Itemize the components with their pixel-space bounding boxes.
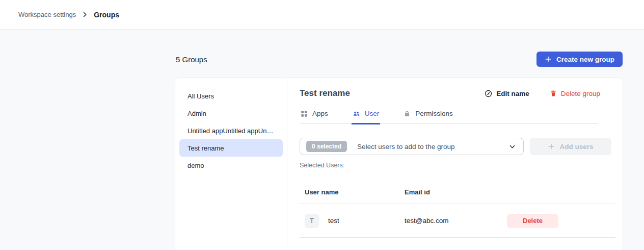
breadcrumb-current: Groups bbox=[94, 11, 119, 19]
edit-pencil-icon bbox=[485, 90, 492, 97]
chevron-down-icon bbox=[508, 143, 516, 151]
user-name-value: test bbox=[328, 217, 339, 224]
group-item-test-rename[interactable]: Test rename bbox=[179, 139, 283, 157]
lock-icon bbox=[404, 110, 411, 117]
trash-icon bbox=[550, 90, 557, 97]
group-item-all-users[interactable]: All Users bbox=[179, 87, 283, 105]
groups-count: 5 Groups bbox=[176, 55, 207, 64]
delete-user-button[interactable]: Delete bbox=[507, 214, 558, 228]
delete-group-label: Delete group bbox=[561, 90, 600, 97]
tab-apps-label: Apps bbox=[312, 110, 328, 117]
tab-permissions-label: Permissions bbox=[415, 110, 453, 117]
add-users-label: Add users bbox=[559, 143, 593, 151]
users-table-header: User name Email id bbox=[300, 188, 615, 204]
users-table: User name Email id T test test@abc.com D… bbox=[300, 188, 615, 238]
tab-user[interactable]: User bbox=[352, 108, 381, 124]
table-row: T test test@abc.com Delete bbox=[300, 204, 615, 238]
group-list: All Users Admin Untitled appUntitled app… bbox=[175, 78, 287, 250]
tab-apps[interactable]: Apps bbox=[300, 108, 329, 124]
delete-group-button[interactable]: Delete group bbox=[550, 90, 600, 97]
group-item-admin[interactable]: Admin bbox=[179, 105, 283, 122]
avatar: T bbox=[305, 214, 319, 228]
group-detail-tabs: Apps User Permissions bbox=[300, 108, 598, 124]
column-user-name: User name bbox=[305, 188, 405, 196]
groups-toolbar: 5 Groups Create new group bbox=[176, 51, 623, 67]
add-users-button[interactable]: Add users bbox=[530, 138, 611, 155]
plus-icon bbox=[548, 143, 555, 150]
chevron-right-icon bbox=[82, 11, 88, 18]
column-email-id: Email id bbox=[405, 188, 507, 196]
add-users-row: 0 selected Select users to add to the gr… bbox=[300, 138, 611, 155]
apps-grid-icon bbox=[301, 110, 308, 117]
edit-name-button[interactable]: Edit name bbox=[485, 90, 529, 97]
group-title: Test rename bbox=[300, 88, 350, 98]
tab-user-label: User bbox=[365, 110, 380, 117]
edit-name-label: Edit name bbox=[496, 90, 529, 97]
create-new-group-label: Create new group bbox=[556, 56, 614, 63]
group-item-demo[interactable]: demo bbox=[179, 157, 283, 174]
group-detail-panel: Test rename Edit name Delete group bbox=[287, 78, 623, 250]
selected-users-label: Selected Users: bbox=[300, 162, 615, 169]
tab-permissions[interactable]: Permissions bbox=[403, 108, 454, 124]
users-icon bbox=[353, 110, 360, 117]
top-bar: Workspace settings Groups bbox=[0, 0, 644, 30]
selected-count-badge: 0 selected bbox=[306, 141, 347, 152]
group-item-untitled-app[interactable]: Untitled appUntitled appUntitle… bbox=[179, 122, 283, 139]
groups-card: All Users Admin Untitled appUntitled app… bbox=[175, 78, 623, 250]
user-select-placeholder: Select users to add to the group bbox=[357, 143, 498, 151]
user-select-dropdown[interactable]: 0 selected Select users to add to the gr… bbox=[300, 138, 524, 155]
group-header-actions: Edit name Delete group bbox=[485, 90, 600, 97]
group-detail-header: Test rename Edit name Delete group bbox=[300, 88, 615, 98]
email-value: test@abc.com bbox=[405, 217, 507, 224]
create-new-group-button[interactable]: Create new group bbox=[536, 52, 623, 67]
plus-icon bbox=[545, 56, 552, 63]
user-cell: T test bbox=[305, 214, 405, 228]
breadcrumb-parent[interactable]: Workspace settings bbox=[18, 11, 76, 18]
